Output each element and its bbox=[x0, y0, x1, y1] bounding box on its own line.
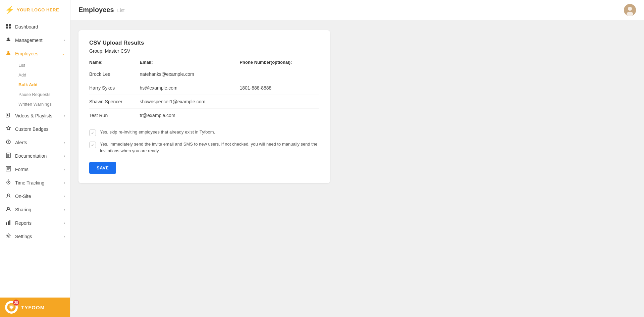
sidebar-label-on-site: On-Site bbox=[15, 194, 60, 199]
sidebar-item-employees[interactable]: Employees ⌄ bbox=[0, 47, 70, 60]
svg-rect-25 bbox=[6, 222, 7, 225]
custom-badges-icon bbox=[5, 126, 12, 133]
checkbox-send-invite[interactable] bbox=[89, 142, 96, 148]
chevron-alerts: › bbox=[64, 140, 65, 145]
subnav-pause-requests[interactable]: Pause Requests bbox=[15, 90, 70, 99]
employees-submenu: List Add Bulk Add Pause Requests Written… bbox=[0, 60, 70, 109]
sidebar-label-documentation: Documentation bbox=[15, 153, 60, 159]
sidebar-item-alerts[interactable]: Alerts › bbox=[0, 136, 70, 149]
sidebar-item-settings[interactable]: Settings › bbox=[0, 230, 70, 243]
subnav-written-warnings[interactable]: Written Warnings bbox=[15, 99, 70, 109]
avatar[interactable] bbox=[624, 4, 636, 16]
row-phone bbox=[239, 109, 319, 122]
main-content: Employees List CSV Upload Results Group:… bbox=[70, 0, 644, 317]
chevron-management: › bbox=[64, 38, 65, 43]
checkbox-label-2: Yes, immediately send the invite email a… bbox=[100, 141, 319, 154]
sidebar-item-documentation[interactable]: Documentation › bbox=[0, 149, 70, 163]
sidebar-item-sharing[interactable]: Sharing › bbox=[0, 203, 70, 216]
logo-text: YOUR LOGO HERE bbox=[17, 7, 59, 12]
documentation-icon bbox=[5, 153, 12, 159]
row-name: Harry Sykes bbox=[89, 81, 140, 95]
videos-icon bbox=[5, 112, 12, 119]
svg-point-30 bbox=[10, 306, 13, 309]
row-phone: 1801-888-8888 bbox=[239, 81, 319, 95]
sidebar-item-forms[interactable]: Forms › bbox=[0, 163, 70, 176]
row-phone bbox=[239, 67, 319, 81]
subnav-bulk-add[interactable]: Bulk Add bbox=[15, 80, 70, 90]
subnav-add[interactable]: Add bbox=[15, 70, 70, 80]
table-row: Harry Sykes hs@example.com 1801-888-8888 bbox=[89, 81, 319, 95]
table-row: Test Run tr@example.com bbox=[89, 109, 319, 122]
col-email: Email: bbox=[140, 57, 240, 67]
sidebar-item-reports[interactable]: Reports › bbox=[0, 216, 70, 230]
svg-point-24 bbox=[7, 207, 9, 209]
sidebar-label-forms: Forms bbox=[15, 167, 60, 172]
checkbox-section: Yes, skip re-inviting employees that alr… bbox=[89, 129, 319, 154]
sidebar-item-on-site[interactable]: On-Site › bbox=[0, 190, 70, 203]
settings-icon bbox=[5, 233, 12, 240]
sidebar-label-videos: Videos & Playlists bbox=[15, 113, 60, 118]
svg-rect-2 bbox=[6, 27, 8, 29]
chevron-settings: › bbox=[64, 234, 65, 239]
logo-area[interactable]: ⚡ YOUR LOGO HERE bbox=[0, 0, 70, 20]
svg-rect-3 bbox=[9, 27, 11, 29]
row-email: hs@example.com bbox=[140, 81, 240, 95]
svg-rect-26 bbox=[8, 221, 9, 225]
chevron-on-site: › bbox=[64, 194, 65, 199]
card-group: Group: Master CSV bbox=[89, 48, 319, 54]
svg-point-10 bbox=[8, 143, 9, 143]
chevron-videos: › bbox=[64, 113, 65, 118]
employees-icon bbox=[5, 50, 12, 57]
on-site-icon bbox=[5, 193, 12, 200]
row-email: shawnspencer1@example.com bbox=[140, 95, 240, 109]
management-icon bbox=[5, 37, 12, 44]
forms-icon bbox=[5, 166, 12, 173]
sidebar-label-alerts: Alerts bbox=[15, 140, 60, 145]
alerts-icon bbox=[5, 139, 12, 146]
chevron-documentation: › bbox=[64, 154, 65, 158]
tyfoom-bar[interactable]: 28 TYFOOM bbox=[0, 298, 70, 317]
svg-rect-27 bbox=[9, 220, 10, 225]
row-email: tr@example.com bbox=[140, 109, 240, 122]
topbar: Employees List bbox=[70, 0, 644, 20]
svg-marker-7 bbox=[7, 114, 9, 116]
chevron-forms: › bbox=[64, 167, 65, 172]
chevron-reports: › bbox=[64, 221, 65, 225]
row-email: natehanks@example.com bbox=[140, 67, 240, 81]
tyfoom-icon: 28 bbox=[5, 301, 18, 314]
svg-point-32 bbox=[628, 7, 632, 11]
checkbox-row-1: Yes, skip re-inviting employees that alr… bbox=[89, 129, 319, 136]
sidebar-item-management[interactable]: Management › bbox=[0, 34, 70, 47]
col-phone: Phone Number(optional): bbox=[239, 57, 319, 67]
sidebar-item-videos[interactable]: Videos & Playlists › bbox=[0, 109, 70, 122]
row-phone bbox=[239, 95, 319, 109]
page-title: Employees bbox=[78, 6, 114, 14]
save-button[interactable]: SAVE bbox=[89, 162, 116, 174]
sidebar-item-dashboard[interactable]: Dashboard bbox=[0, 20, 70, 34]
dashboard-icon bbox=[5, 23, 12, 30]
sharing-icon bbox=[5, 206, 12, 213]
sidebar-item-time-tracking[interactable]: Time Tracking › bbox=[0, 176, 70, 190]
row-name: Shawn Spencer bbox=[89, 95, 140, 109]
svg-rect-0 bbox=[6, 24, 8, 26]
checkbox-skip-reinvite[interactable] bbox=[89, 129, 96, 136]
csv-upload-card: CSV Upload Results Group: Master CSV Nam… bbox=[78, 30, 330, 183]
sidebar-label-dashboard: Dashboard bbox=[15, 24, 65, 30]
subnav-list[interactable]: List bbox=[15, 60, 70, 70]
sidebar-label-time-tracking: Time Tracking bbox=[15, 180, 60, 186]
svg-rect-1 bbox=[9, 24, 11, 26]
sidebar-label-settings: Settings bbox=[15, 234, 60, 239]
content-area: CSV Upload Results Group: Master CSV Nam… bbox=[70, 20, 644, 317]
sidebar-label-custom-badges: Custom Badges bbox=[15, 126, 65, 132]
time-tracking-icon bbox=[5, 179, 12, 186]
checkbox-row-2: Yes, immediately send the invite email a… bbox=[89, 141, 319, 154]
sidebar: ⚡ YOUR LOGO HERE Dashboard Management › … bbox=[0, 0, 70, 317]
svg-point-28 bbox=[8, 235, 9, 237]
col-name: Name: bbox=[89, 57, 140, 67]
sidebar-item-custom-badges[interactable]: Custom Badges bbox=[0, 122, 70, 136]
row-name: Test Run bbox=[89, 109, 140, 122]
svg-point-23 bbox=[7, 194, 9, 196]
sidebar-label-employees: Employees bbox=[15, 51, 58, 56]
checkbox-label-1: Yes, skip re-inviting employees that alr… bbox=[100, 129, 215, 136]
chevron-time-tracking: › bbox=[64, 180, 65, 185]
